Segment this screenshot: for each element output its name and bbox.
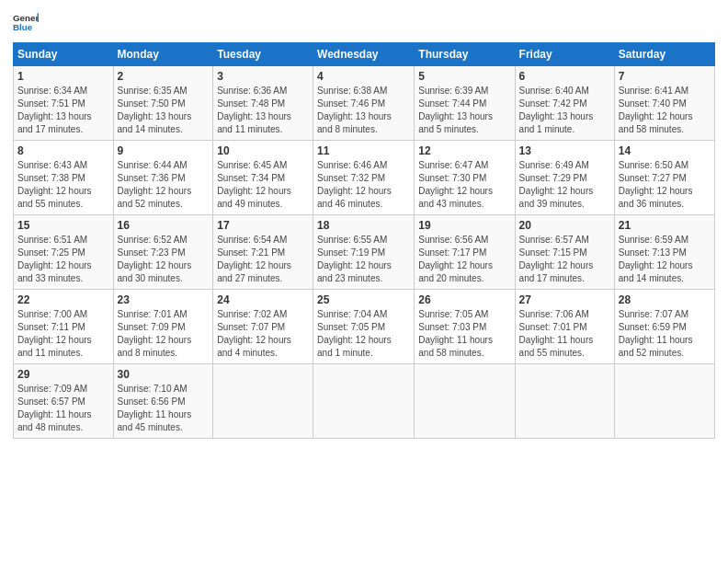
day-info: Daylight: 12 hours bbox=[619, 185, 711, 198]
day-info: and 45 minutes. bbox=[118, 421, 210, 434]
day-info: Sunset: 7:05 PM bbox=[317, 321, 410, 334]
week-row-3: 15Sunrise: 6:51 AMSunset: 7:25 PMDayligh… bbox=[14, 215, 715, 290]
col-header-friday: Friday bbox=[515, 43, 614, 66]
day-info: and 17 minutes. bbox=[519, 272, 610, 285]
day-info: Sunrise: 7:10 AM bbox=[118, 383, 210, 396]
day-cell bbox=[515, 364, 614, 439]
day-cell bbox=[614, 364, 714, 439]
day-info: and 58 minutes. bbox=[418, 347, 510, 360]
day-info: Sunrise: 6:39 AM bbox=[418, 85, 510, 98]
day-info: Sunrise: 6:56 AM bbox=[418, 234, 510, 247]
day-number: 7 bbox=[619, 70, 711, 83]
day-info: and 48 minutes. bbox=[17, 421, 109, 434]
day-info: and 49 minutes. bbox=[217, 198, 309, 211]
svg-text:General: General bbox=[13, 13, 39, 23]
day-info: Daylight: 12 hours bbox=[118, 185, 210, 198]
day-info: Sunrise: 7:04 AM bbox=[317, 308, 410, 321]
header: General Blue bbox=[13, 9, 715, 35]
day-info: Daylight: 12 hours bbox=[418, 259, 510, 272]
day-info: and 8 minutes. bbox=[118, 347, 210, 360]
day-cell: 8Sunrise: 6:43 AMSunset: 7:38 PMDaylight… bbox=[14, 141, 114, 215]
day-info: Daylight: 12 hours bbox=[118, 259, 210, 272]
day-cell: 6Sunrise: 6:40 AMSunset: 7:42 PMDaylight… bbox=[515, 66, 614, 141]
col-header-monday: Monday bbox=[113, 43, 213, 66]
day-info: Sunset: 7:51 PM bbox=[17, 98, 109, 110]
day-info: Sunset: 7:30 PM bbox=[418, 172, 510, 185]
day-info: Sunrise: 7:07 AM bbox=[619, 308, 711, 321]
day-cell: 28Sunrise: 7:07 AMSunset: 6:59 PMDayligh… bbox=[614, 290, 714, 364]
day-number: 24 bbox=[217, 293, 309, 306]
svg-marker-2 bbox=[38, 13, 39, 23]
logo: General Blue bbox=[13, 9, 42, 35]
day-info: Daylight: 11 hours bbox=[519, 334, 610, 347]
day-info: Sunrise: 6:40 AM bbox=[519, 85, 610, 98]
day-cell: 11Sunrise: 6:46 AMSunset: 7:32 PMDayligh… bbox=[313, 141, 415, 215]
day-number: 1 bbox=[17, 70, 109, 83]
day-cell bbox=[213, 364, 313, 439]
day-info: Sunrise: 7:06 AM bbox=[519, 308, 610, 321]
day-info: Daylight: 12 hours bbox=[17, 259, 109, 272]
day-info: Sunrise: 6:38 AM bbox=[317, 85, 410, 98]
day-info: Sunrise: 6:36 AM bbox=[217, 85, 309, 98]
day-info: Sunset: 7:48 PM bbox=[217, 98, 309, 110]
day-info: Sunrise: 6:41 AM bbox=[619, 85, 711, 98]
day-cell: 19Sunrise: 6:56 AMSunset: 7:17 PMDayligh… bbox=[415, 215, 515, 290]
day-info: and 4 minutes. bbox=[217, 347, 309, 360]
day-cell: 9Sunrise: 6:44 AMSunset: 7:36 PMDaylight… bbox=[113, 141, 213, 215]
day-info: Sunrise: 6:34 AM bbox=[17, 85, 109, 98]
day-info: and 46 minutes. bbox=[317, 198, 410, 211]
day-info: Daylight: 11 hours bbox=[418, 334, 510, 347]
day-number: 14 bbox=[619, 144, 711, 157]
day-number: 16 bbox=[118, 219, 210, 232]
day-cell: 29Sunrise: 7:09 AMSunset: 6:57 PMDayligh… bbox=[14, 364, 114, 439]
day-info: Daylight: 12 hours bbox=[217, 334, 309, 347]
day-number: 6 bbox=[519, 70, 610, 83]
day-number: 27 bbox=[519, 293, 610, 306]
day-cell: 26Sunrise: 7:05 AMSunset: 7:03 PMDayligh… bbox=[415, 290, 515, 364]
day-info: Sunrise: 6:49 AM bbox=[519, 159, 610, 172]
day-info: and 27 minutes. bbox=[217, 272, 309, 285]
day-info: Sunset: 6:56 PM bbox=[118, 396, 210, 408]
day-info: and 55 minutes. bbox=[17, 198, 109, 211]
day-info: and 20 minutes. bbox=[418, 272, 510, 285]
day-cell: 23Sunrise: 7:01 AMSunset: 7:09 PMDayligh… bbox=[113, 290, 213, 364]
day-info: Daylight: 12 hours bbox=[217, 185, 309, 198]
day-cell: 7Sunrise: 6:41 AMSunset: 7:40 PMDaylight… bbox=[614, 66, 714, 141]
day-cell: 2Sunrise: 6:35 AMSunset: 7:50 PMDaylight… bbox=[113, 66, 213, 141]
day-info: Daylight: 11 hours bbox=[118, 408, 210, 421]
day-info: Daylight: 12 hours bbox=[317, 334, 410, 347]
week-row-1: 1Sunrise: 6:34 AMSunset: 7:51 PMDaylight… bbox=[14, 66, 715, 141]
day-info: Sunset: 7:23 PM bbox=[118, 247, 210, 259]
day-info: and 43 minutes. bbox=[418, 198, 510, 211]
day-info: and 8 minutes. bbox=[317, 123, 410, 136]
day-info: Sunrise: 6:57 AM bbox=[519, 234, 610, 247]
day-cell bbox=[415, 364, 515, 439]
day-cell: 1Sunrise: 6:34 AMSunset: 7:51 PMDaylight… bbox=[14, 66, 114, 141]
day-info: Sunset: 7:03 PM bbox=[418, 321, 510, 334]
day-info: Sunrise: 6:51 AM bbox=[17, 234, 109, 247]
day-info: and 55 minutes. bbox=[519, 347, 610, 360]
day-info: and 23 minutes. bbox=[317, 272, 410, 285]
day-info: Daylight: 12 hours bbox=[118, 334, 210, 347]
day-info: Sunrise: 6:43 AM bbox=[17, 159, 109, 172]
day-info: Sunset: 7:40 PM bbox=[619, 98, 711, 110]
day-info: Daylight: 12 hours bbox=[619, 259, 711, 272]
day-cell: 4Sunrise: 6:38 AMSunset: 7:46 PMDaylight… bbox=[313, 66, 415, 141]
day-info: Sunrise: 6:55 AM bbox=[317, 234, 410, 247]
day-info: Daylight: 12 hours bbox=[317, 259, 410, 272]
day-info: and 5 minutes. bbox=[418, 123, 510, 136]
day-info: Sunset: 7:15 PM bbox=[519, 247, 610, 259]
day-number: 18 bbox=[317, 219, 410, 232]
day-number: 4 bbox=[317, 70, 410, 83]
day-number: 10 bbox=[217, 144, 309, 157]
day-info: Sunset: 7:44 PM bbox=[418, 98, 510, 110]
day-number: 30 bbox=[118, 368, 210, 381]
day-info: and 52 minutes. bbox=[619, 347, 711, 360]
day-info: Sunset: 7:27 PM bbox=[619, 172, 711, 185]
day-cell: 5Sunrise: 6:39 AMSunset: 7:44 PMDaylight… bbox=[415, 66, 515, 141]
day-info: and 33 minutes. bbox=[17, 272, 109, 285]
logo-icon: General Blue bbox=[13, 9, 39, 35]
day-info: Daylight: 13 hours bbox=[519, 110, 610, 123]
day-info: and 14 minutes. bbox=[118, 123, 210, 136]
day-info: Sunset: 7:25 PM bbox=[17, 247, 109, 259]
